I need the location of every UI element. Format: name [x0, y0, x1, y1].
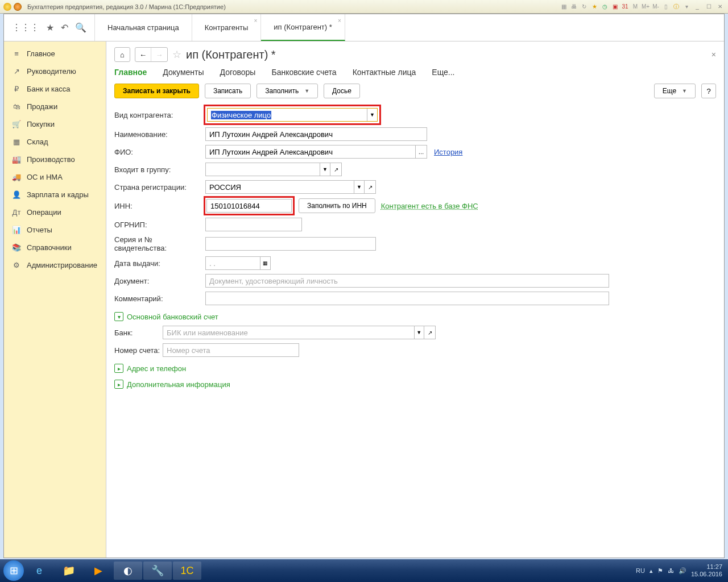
more-button[interactable]: Еще▼ [654, 84, 696, 98]
m-button[interactable]: M [631, 3, 639, 11]
ellipsis-button[interactable]: … [416, 145, 427, 159]
maximize-button[interactable]: ☐ [704, 3, 713, 11]
sidebar-item-bank[interactable]: ₽Банк и касса [4, 80, 106, 98]
toolbar-icon[interactable]: ▣ [611, 3, 619, 11]
issue-date-input[interactable]: . . ▦ [205, 256, 271, 270]
subtab-bank[interactable]: Банковские счета [271, 68, 336, 77]
calendar-icon[interactable]: 31 [621, 3, 629, 11]
section-bank-toggle[interactable]: ▾ Основной банковский счет [114, 312, 716, 321]
taskbar-explorer[interactable]: 📁 [55, 562, 83, 580]
start-button[interactable]: ⊞ [3, 560, 24, 581]
subtab-more[interactable]: Еще... [432, 68, 454, 77]
tab-home[interactable]: Начальная страница [95, 14, 192, 41]
subtab-contacts[interactable]: Контактные лица [353, 68, 416, 77]
toolbar-icon[interactable]: 🖶 [570, 3, 578, 11]
subtab-contracts[interactable]: Договоры [220, 68, 256, 77]
taskbar-app[interactable]: 🔧 [143, 562, 172, 580]
taskbar-chrome[interactable]: ◐ [114, 562, 142, 580]
toolbar-icon[interactable]: ▦ [560, 3, 568, 11]
subtab-main[interactable]: Главное [114, 68, 147, 77]
dropdown-caret[interactable]: ▾ [682, 3, 690, 11]
toolbar-icon[interactable]: ◷ [601, 3, 609, 11]
sidebar-item-warehouse[interactable]: ▦Склад [4, 133, 106, 151]
sidebar-item-reports[interactable]: 📊Отчеты [4, 221, 106, 239]
chevron-down-icon[interactable]: ▼ [414, 326, 424, 339]
sidebar-item-purchases[interactable]: 🛒Покупки [4, 115, 106, 133]
name-input[interactable] [205, 127, 427, 141]
sidebar-item-salary[interactable]: 👤Зарплата и кадры [4, 186, 106, 203]
bank-input[interactable] [163, 326, 414, 339]
info-icon[interactable]: ⓘ [672, 3, 680, 11]
taskbar-media[interactable]: ▶ [84, 562, 113, 580]
chevron-down-icon[interactable]: ▼ [354, 181, 364, 193]
app-frame: ⋮⋮⋮ ★ ↶ 🔍 Начальная страница Контрагенты… [3, 14, 725, 558]
sidebar-item-production[interactable]: 🏭Производство [4, 151, 106, 168]
save-close-button[interactable]: Записать и закрыть [114, 84, 199, 98]
sidebar-item-reference[interactable]: 📚Справочники [4, 239, 106, 256]
doc-input[interactable] [205, 274, 609, 288]
toolbar-icon[interactable]: ↻ [580, 3, 588, 11]
type-select[interactable]: Физическое лицо ▼ [207, 108, 378, 122]
country-select[interactable]: РОССИЯ ▼ [205, 180, 365, 194]
minimize-button[interactable]: _ [693, 3, 702, 11]
sidebar-item-admin[interactable]: ⚙Администрирование [4, 256, 106, 274]
acct-input[interactable] [163, 343, 299, 357]
favorite-icon[interactable]: ☆ [172, 48, 181, 61]
sidebar-item-manager[interactable]: ↗Руководителю [4, 63, 106, 80]
panel-icon[interactable]: ▯ [662, 3, 670, 11]
chevron-down-icon[interactable]: ▼ [320, 163, 330, 176]
sidebar-item-assets[interactable]: 🚚ОС и НМА [4, 168, 106, 186]
apps-icon[interactable]: ⋮⋮⋮ [12, 22, 39, 33]
section-extra-toggle[interactable]: ▸ Дополнительная информация [114, 380, 716, 389]
star-icon[interactable]: ★ [590, 3, 598, 11]
cert-input[interactable] [205, 237, 376, 251]
forward-button[interactable]: → [151, 48, 167, 61]
inn-input[interactable] [206, 199, 292, 213]
fill-button[interactable]: Заполнить▼ [257, 84, 318, 98]
clock[interactable]: 11:27 15.06.2016 [691, 563, 725, 578]
fill-by-inn-button[interactable]: Заполнить по ИНН [299, 198, 375, 213]
chart-icon: ↗ [12, 67, 21, 76]
m-plus-button[interactable]: M+ [642, 3, 650, 11]
tray-icon[interactable]: ▴ [650, 567, 653, 575]
tab-current[interactable]: ип (Контрагент) *× [261, 14, 345, 41]
bank-select[interactable]: ▼ [163, 326, 424, 339]
search-icon[interactable]: 🔍 [75, 22, 86, 33]
comment-input[interactable] [205, 292, 609, 305]
fio-input[interactable] [205, 145, 416, 159]
ogrnip-input[interactable] [205, 218, 302, 231]
star-icon[interactable]: ★ [46, 22, 54, 33]
tray-network-icon[interactable]: 🖧 [668, 567, 674, 574]
save-button[interactable]: Записать [205, 84, 251, 98]
close-icon[interactable]: × [338, 18, 341, 24]
m-minus-button[interactable]: M- [652, 3, 660, 11]
sidebar-item-operations[interactable]: ДтОперации [4, 203, 106, 221]
close-icon[interactable]: × [254, 18, 258, 24]
open-button[interactable]: ↗ [330, 163, 342, 176]
help-button[interactable]: ? [701, 84, 716, 98]
chevron-down-icon[interactable]: ▼ [367, 109, 377, 121]
open-button[interactable]: ↗ [365, 180, 376, 194]
sidebar-item-sales[interactable]: 🛍Продажи [4, 98, 106, 115]
tray-flag-icon[interactable]: ⚑ [657, 567, 663, 575]
history-link[interactable]: История [434, 148, 462, 156]
taskbar-1c[interactable]: 1C [173, 562, 201, 580]
subtab-docs[interactable]: Документы [163, 68, 204, 77]
taskbar-ie[interactable]: e [25, 562, 53, 580]
calendar-icon[interactable]: ▦ [260, 257, 270, 269]
fns-link[interactable]: Контрагент есть в базе ФНС [381, 202, 478, 210]
open-button[interactable]: ↗ [424, 326, 436, 339]
close-page-button[interactable]: × [712, 50, 716, 59]
section-address-toggle[interactable]: ▸ Адрес и телефон [114, 364, 716, 373]
back-button[interactable]: ← [135, 48, 151, 61]
group-select[interactable]: ▼ [205, 163, 330, 176]
history-icon[interactable]: ↶ [61, 22, 68, 33]
tray-volume-icon[interactable]: 🔊 [679, 567, 686, 575]
tab-contragents[interactable]: Контрагенты× [192, 14, 262, 41]
dropdown-icon[interactable] [14, 3, 22, 11]
sidebar-item-main[interactable]: ≡Главное [4, 45, 106, 63]
lang-indicator[interactable]: RU [636, 567, 645, 574]
home-button[interactable]: ⌂ [114, 47, 130, 62]
close-window-button[interactable]: ✕ [715, 3, 725, 11]
dossier-button[interactable]: Досье [324, 84, 360, 98]
